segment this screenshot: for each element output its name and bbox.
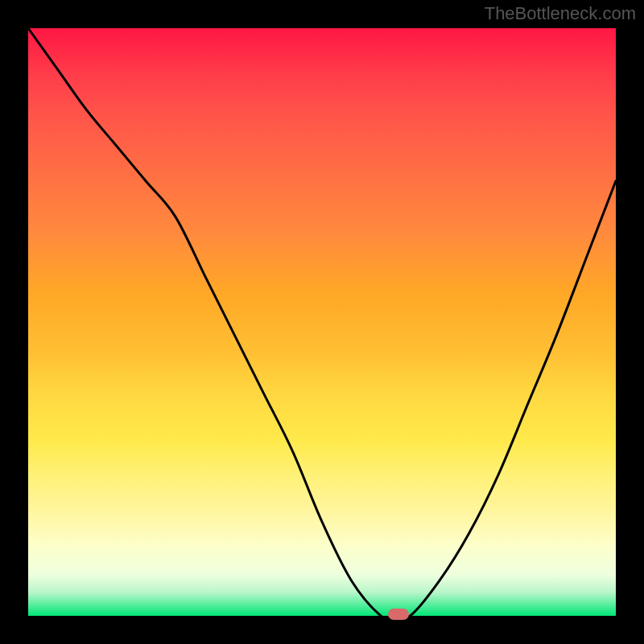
optimal-marker bbox=[388, 609, 409, 620]
curve-svg bbox=[28, 28, 616, 616]
bottleneck-curve-path bbox=[28, 28, 616, 619]
bottleneck-chart bbox=[28, 28, 616, 616]
watermark: TheBottleneck.com bbox=[485, 3, 636, 24]
